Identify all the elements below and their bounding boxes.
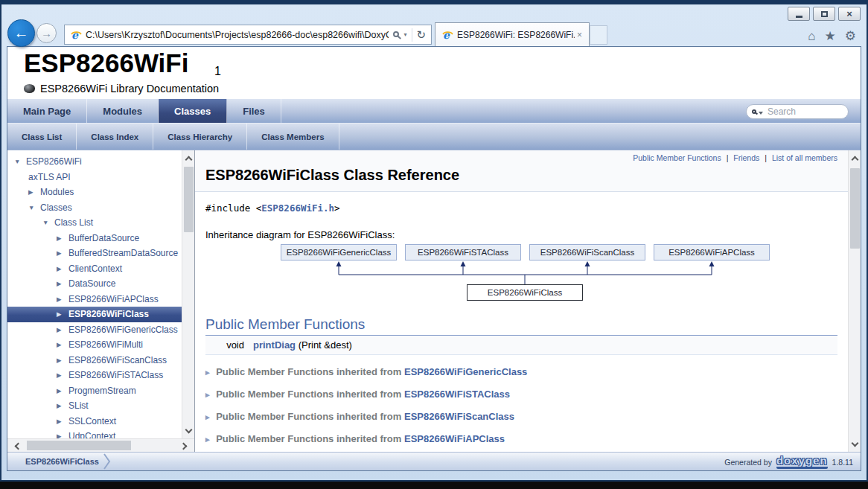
tree-item[interactable]: ▶ BufferDataSource <box>7 231 182 246</box>
favorites-star-icon[interactable]: ★ <box>825 28 836 45</box>
tree-item[interactable]: ▶ ESP8266WiFiGenericClass <box>7 322 182 338</box>
tree-toggle-arrow-icon[interactable]: ▶ <box>57 418 68 425</box>
breadcrumb-item[interactable]: ESP8266WiFiClass <box>25 457 99 466</box>
main-tab[interactable]: Main Page <box>7 99 87 123</box>
doxygen-logo[interactable]: doxygen <box>776 455 828 469</box>
tree-item[interactable]: ▼ ESP8266WiFi <box>7 154 182 170</box>
tree-item-label[interactable]: Class List <box>54 217 93 228</box>
back-button[interactable]: ← <box>7 19 35 47</box>
main-tab[interactable]: Modules <box>87 99 159 123</box>
tree-item-label[interactable]: Modules <box>40 187 74 197</box>
diagram-parent-class-box[interactable]: ESP8266WiFiScanClass <box>529 244 645 261</box>
tree-toggle-arrow-icon[interactable]: ▶ <box>57 249 68 257</box>
tree-item[interactable]: ▼ Class List <box>7 215 182 231</box>
expand-triangle-icon[interactable]: ▸ <box>205 390 210 399</box>
tree-item-label[interactable]: SSLContext <box>68 416 116 426</box>
tree-toggle-arrow-icon[interactable]: ▶ <box>57 432 68 438</box>
home-icon[interactable]: ⌂ <box>808 28 815 45</box>
search-icon[interactable] <box>393 31 399 37</box>
member-name-link[interactable]: printDiag <box>253 339 296 351</box>
tree-item[interactable]: ▶ ESP8266WiFiMulti <box>7 337 182 353</box>
content-scroll-down-icon[interactable] <box>849 438 861 450</box>
scroll-right-icon[interactable] <box>178 439 191 453</box>
content-scroll-thumb[interactable] <box>850 168 860 249</box>
tree-item-label[interactable]: Classes <box>40 202 72 213</box>
tree-item[interactable]: ▶ BufferedStreamDataSource <box>7 246 182 261</box>
summary-link-all-members[interactable]: List of all members <box>772 153 837 162</box>
tree-toggle-arrow-icon[interactable]: ▶ <box>57 341 68 348</box>
tree-toggle-arrow-icon[interactable]: ▶ <box>57 280 68 287</box>
tree-item[interactable]: ▶ SSLContext <box>7 414 182 429</box>
scroll-down-icon[interactable] <box>182 424 195 437</box>
tree-item-label[interactable]: ESP8266WiFi <box>26 156 82 167</box>
diagram-parent-class-box[interactable]: ESP8266WiFiGenericClass <box>281 244 397 261</box>
tree-item-label[interactable]: SList <box>68 400 89 411</box>
doc-search-box[interactable]: Search <box>746 104 849 119</box>
inherited-class-link[interactable]: ESP8266WiFiSTAClass <box>404 389 510 400</box>
inherited-section-header[interactable]: ▸ Public Member Functions inherited from… <box>205 411 837 422</box>
main-tab[interactable]: Classes <box>159 99 227 123</box>
scroll-up-icon[interactable] <box>182 152 195 164</box>
tree-item[interactable]: ▶ DataSource <box>7 276 182 292</box>
tree-toggle-arrow-icon[interactable]: ▶ <box>57 357 68 364</box>
content-scroll-up-icon[interactable] <box>849 152 861 164</box>
sidebar-vertical-scrollbar[interactable] <box>182 150 194 438</box>
sub-tab[interactable]: Class Hierarchy <box>153 124 247 150</box>
refresh-icon[interactable]: ↻ <box>416 28 426 42</box>
tree-toggle-arrow-icon[interactable]: ▶ <box>57 402 68 409</box>
tree-toggle-arrow-icon[interactable]: ▶ <box>57 265 68 272</box>
sub-tab[interactable]: Class Index <box>77 124 153 150</box>
diagram-parent-class-box[interactable]: ESP8266WiFiSTAClass <box>405 244 521 261</box>
sidebar-scroll-thumb[interactable] <box>184 167 194 232</box>
tree-item[interactable]: ▶ ESP8266WiFiAPClass <box>7 292 182 307</box>
new-tab-button[interactable] <box>590 25 607 45</box>
sidebar-hscroll-thumb[interactable] <box>27 441 131 450</box>
tree-toggle-arrow-icon[interactable]: ▼ <box>28 204 40 211</box>
inherited-section-header[interactable]: ▸ Public Member Functions inherited from… <box>205 433 837 444</box>
url-text[interactable]: C:\Users\Krzysztof\Documents\Projects\es… <box>86 30 389 40</box>
tree-item-label[interactable]: ESP8266WiFiClass <box>68 309 149 319</box>
tab-close-icon[interactable]: × <box>575 30 584 40</box>
inherited-class-link[interactable]: ESP8266WiFiGenericClass <box>404 366 527 377</box>
tree-toggle-arrow-icon[interactable]: ▶ <box>57 371 68 379</box>
content-vertical-scrollbar[interactable] <box>848 150 861 452</box>
tree-item[interactable]: ▶ ESP8266WiFiScanClass <box>7 353 182 368</box>
tree-item-label[interactable]: DataSource <box>68 278 115 289</box>
search-dropdown-icon[interactable]: ▾ <box>403 31 406 38</box>
inherited-section-header[interactable]: ▸ Public Member Functions inherited from… <box>205 366 837 377</box>
maximize-button[interactable] <box>813 7 835 21</box>
inherited-class-link[interactable]: ESP8266WiFiScanClass <box>404 411 514 422</box>
tree-item[interactable]: ▶ UdpContext <box>7 429 182 438</box>
sidebar-horizontal-scrollbar[interactable] <box>7 438 194 452</box>
include-file-link[interactable]: ESP8266WiFi.h <box>261 202 334 214</box>
expand-triangle-icon[interactable]: ▸ <box>205 368 210 377</box>
inherited-class-link[interactable]: ESP8266WiFiAPClass <box>404 433 505 444</box>
tree-toggle-arrow-icon[interactable]: ▼ <box>42 219 54 226</box>
tree-item[interactable]: ▶ ESP8266WiFiSTAClass <box>7 368 182 383</box>
sub-tab[interactable]: Class Members <box>247 124 339 150</box>
tree-item-label[interactable]: ClientContext <box>68 263 122 274</box>
browser-tab[interactable]: e ESP8266WiFi: ESP8266WiFi... × <box>435 22 590 46</box>
tree-item[interactable]: axTLS API <box>7 170 182 185</box>
doc-search-dropdown-icon[interactable] <box>759 112 763 115</box>
expand-triangle-icon[interactable]: ▸ <box>205 412 210 421</box>
tree-toggle-arrow-icon[interactable]: ▶ <box>57 295 68 303</box>
tree-item-label[interactable]: axTLS API <box>28 172 71 182</box>
tree-item-label[interactable]: ESP8266WiFiAPClass <box>68 294 159 304</box>
tree-toggle-arrow-icon[interactable]: ▼ <box>14 158 26 165</box>
tree-item[interactable]: ▼ Classes <box>7 200 182 216</box>
forward-button[interactable]: → <box>36 23 57 43</box>
tree-toggle-arrow-icon[interactable]: ▶ <box>57 387 68 394</box>
tree-item-label[interactable]: ESP8266WiFiGenericClass <box>68 325 178 335</box>
sub-tab[interactable]: Class List <box>7 124 77 150</box>
main-tab[interactable]: Files <box>227 99 281 123</box>
tree-item-label[interactable]: BufferDataSource <box>68 233 139 243</box>
tree-item-label[interactable]: ProgmemStream <box>68 386 136 396</box>
tree-item[interactable]: ▶ Modules <box>7 185 182 200</box>
tree-item-label[interactable]: ESP8266WiFiMulti <box>68 339 143 350</box>
expand-triangle-icon[interactable]: ▸ <box>205 435 210 444</box>
tree-item[interactable]: ▶ ProgmemStream <box>7 383 182 399</box>
inherited-section-header[interactable]: ▸ Public Member Functions inherited from… <box>205 389 837 400</box>
minimize-button[interactable] <box>788 7 810 21</box>
diagram-parent-class-box[interactable]: ESP8266WiFiAPClass <box>654 244 770 261</box>
